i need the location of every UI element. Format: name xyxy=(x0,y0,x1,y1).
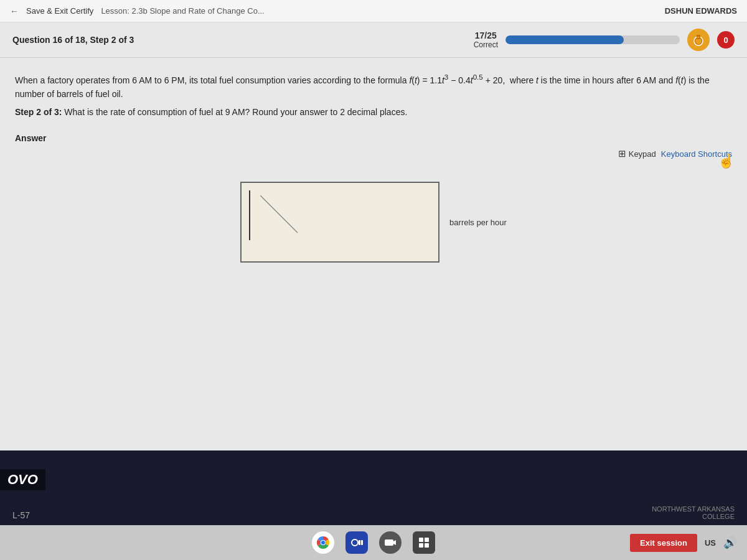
taskbar-icons xyxy=(312,531,435,554)
avatar xyxy=(687,29,710,51)
score-badge: 0 xyxy=(717,31,735,49)
bottom-section: OVO L-57 NORTHWEST ARKANSAS COLLEGE xyxy=(0,450,747,525)
step-label: Step 2 of 3: xyxy=(15,107,62,117)
keypad-label: Keypad xyxy=(629,149,656,159)
hand-cursor-icon: ☝ xyxy=(718,153,735,169)
svg-rect-11 xyxy=(361,540,363,545)
locale-label: US xyxy=(705,538,716,548)
question-body: When a factory operates from 6 AM to 6 P… xyxy=(0,58,747,127)
top-bar-left: ← Save & Exit Certify Lesson: 2.3b Slope… xyxy=(10,6,265,16)
svg-marker-13 xyxy=(393,540,396,545)
progress-fraction: 17/25 xyxy=(474,30,498,40)
progress-info: 17/25 Correct xyxy=(474,30,498,49)
user-name: DSHUN EDWARDS xyxy=(665,6,737,16)
question-header: Question 16 of 18, Step 2 of 3 17/25 Cor… xyxy=(0,22,747,58)
units-label: barrels per hour xyxy=(449,218,507,227)
keypad-icon: ⊞ xyxy=(618,148,626,159)
camera-icon[interactable] xyxy=(379,531,402,554)
answer-input-box[interactable] xyxy=(240,182,439,263)
svg-line-4 xyxy=(260,195,298,233)
question-text: When a factory operates from 6 AM to 6 P… xyxy=(15,72,732,101)
answer-label: Answer xyxy=(15,133,732,143)
input-area: barrels per hour xyxy=(0,169,747,275)
svg-rect-10 xyxy=(359,540,360,545)
answer-section: Answer ⊞ Keypad Keyboard Shortcuts xyxy=(0,127,747,169)
l57-label: L-57 xyxy=(12,510,30,520)
cursor-line xyxy=(249,190,250,240)
exit-session-button[interactable]: Exit session xyxy=(630,534,697,552)
chrome-icon[interactable] xyxy=(312,531,334,554)
record-icon[interactable] xyxy=(345,531,368,554)
svg-rect-15 xyxy=(425,538,429,542)
progress-status: Correct xyxy=(474,40,498,49)
flag-icon: 🔊 xyxy=(723,536,737,549)
progress-bar-fill xyxy=(505,35,624,44)
answer-tools-row: ⊞ Keypad Keyboard Shortcuts xyxy=(15,148,732,159)
ovo-watermark: OVO xyxy=(0,469,45,490)
grid-icon[interactable] xyxy=(413,531,435,554)
back-arrow-icon[interactable]: ← xyxy=(10,6,19,16)
svg-point-8 xyxy=(321,541,325,544)
taskbar: Exit session US 🔊 xyxy=(0,525,747,560)
svg-rect-17 xyxy=(425,543,429,548)
top-bar: ← Save & Exit Certify Lesson: 2.3b Slope… xyxy=(0,0,747,22)
keypad-button[interactable]: ⊞ Keypad xyxy=(618,148,656,159)
step-text: Step 2 of 3: What is the rate of consump… xyxy=(15,107,732,117)
svg-point-9 xyxy=(352,539,358,546)
svg-rect-16 xyxy=(419,543,423,548)
save-exit-label[interactable]: Save & Exit Certify xyxy=(26,6,93,16)
college-label: NORTHWEST ARKANSAS COLLEGE xyxy=(652,505,735,520)
question-position: Question 16 of 18, Step 2 of 3 xyxy=(12,35,134,45)
progress-bar-container xyxy=(505,35,680,44)
svg-rect-14 xyxy=(419,538,423,542)
progress-section: 17/25 Correct 0 xyxy=(474,29,735,51)
taskbar-right: Exit session US 🔊 xyxy=(630,534,737,552)
input-sketch-line xyxy=(260,195,310,239)
svg-rect-12 xyxy=(385,539,393,546)
step-question: What is the rate of consumption of fuel … xyxy=(64,107,407,117)
lesson-label: Lesson: 2.3b Slope and Rate of Change Co… xyxy=(101,6,264,16)
main-content: Question 16 of 18, Step 2 of 3 17/25 Cor… xyxy=(0,22,747,525)
